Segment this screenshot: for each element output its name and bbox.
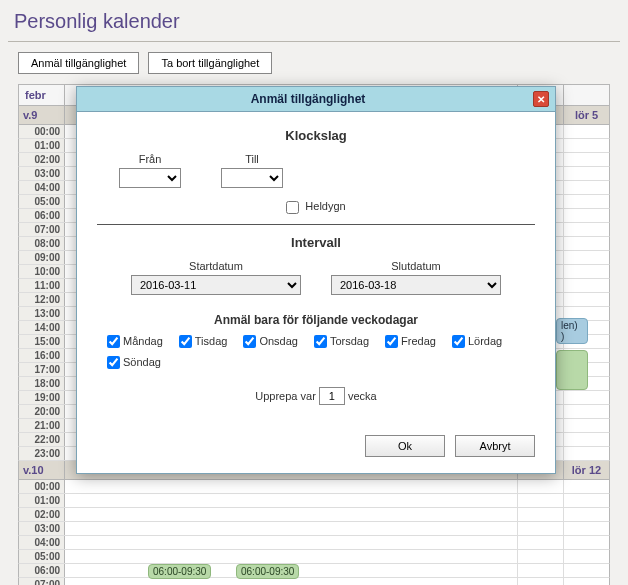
time-label: 02:00: [19, 508, 65, 521]
calendar-row: 04:00: [18, 536, 610, 550]
heldygn-checkbox[interactable]: [286, 201, 299, 214]
startdatum-select[interactable]: 2016-03-11: [131, 275, 301, 295]
time-label: 05:00: [19, 195, 65, 208]
time-label: 00:00: [19, 480, 65, 493]
calendar-event[interactable]: [556, 350, 588, 390]
week-label: v.9: [19, 106, 65, 124]
repeat-suffix: vecka: [348, 390, 377, 402]
day-header-partial: [563, 85, 609, 105]
time-label: 10:00: [19, 265, 65, 278]
till-time-select[interactable]: [221, 168, 283, 188]
weekday-option[interactable]: Onsdag: [243, 335, 298, 348]
weekday-option[interactable]: Fredag: [385, 335, 436, 348]
week-label: v.10: [19, 461, 65, 479]
day-header: lör 12: [563, 461, 609, 479]
availability-dialog: Anmäl tillgänglighet ✕ Klockslag Från Ti…: [76, 86, 556, 474]
weekday-grid: MåndagTisdagOnsdagTorsdagFredagLördagSön…: [97, 335, 535, 369]
time-label: 22:00: [19, 433, 65, 446]
toolbar: Anmäl tillgänglighet Ta bort tillgänglig…: [0, 52, 628, 84]
ok-button[interactable]: Ok: [365, 435, 445, 457]
klockslag-heading: Klockslag: [97, 128, 535, 143]
repeat-prefix: Upprepa var: [255, 390, 316, 402]
close-icon[interactable]: ✕: [533, 91, 549, 107]
calendar-row: 05:00: [18, 550, 610, 564]
time-label: 14:00: [19, 321, 65, 334]
weekday-label: Fredag: [401, 335, 436, 347]
divider: [97, 224, 535, 225]
till-label: Till: [221, 153, 283, 165]
time-label: 05:00: [19, 550, 65, 563]
calendar-row: 03:00: [18, 522, 610, 536]
slutdatum-label: Slutdatum: [331, 260, 501, 272]
time-label: 08:00: [19, 237, 65, 250]
title-divider: [8, 41, 620, 42]
weekday-checkbox[interactable]: [452, 335, 465, 348]
weekday-checkbox[interactable]: [179, 335, 192, 348]
dialog-header: Anmäl tillgänglighet ✕: [77, 87, 555, 112]
time-label: 16:00: [19, 349, 65, 362]
calendar-event[interactable]: len) ): [556, 318, 588, 344]
time-label: 01:00: [19, 494, 65, 507]
weekday-label: Söndag: [123, 356, 161, 368]
event-text: len): [561, 320, 578, 331]
heldygn-label: Heldygn: [305, 200, 345, 212]
time-label: 04:00: [19, 536, 65, 549]
weekday-checkbox[interactable]: [385, 335, 398, 348]
report-availability-button[interactable]: Anmäl tillgänglighet: [18, 52, 139, 74]
weekday-checkbox[interactable]: [243, 335, 256, 348]
calendar-row: 02:00: [18, 508, 610, 522]
weekday-label: Torsdag: [330, 335, 369, 347]
time-label: 19:00: [19, 391, 65, 404]
time-label: 03:00: [19, 522, 65, 535]
slutdatum-select[interactable]: 2016-03-18: [331, 275, 501, 295]
time-label: 13:00: [19, 307, 65, 320]
calendar-row: 06:00: [18, 564, 610, 578]
calendar-row: 01:00: [18, 494, 610, 508]
time-label: 07:00: [19, 223, 65, 236]
time-label: 15:00: [19, 335, 65, 348]
weekday-label: Onsdag: [259, 335, 298, 347]
time-label: 04:00: [19, 181, 65, 194]
calendar-row: 00:00: [18, 480, 610, 494]
from-time-select[interactable]: [119, 168, 181, 188]
remove-availability-button[interactable]: Ta bort tillgänglighet: [148, 52, 272, 74]
page-title: Personlig kalender: [0, 0, 628, 41]
time-label: 12:00: [19, 293, 65, 306]
weekday-checkbox[interactable]: [107, 335, 120, 348]
weekday-checkbox[interactable]: [314, 335, 327, 348]
time-label: 23:00: [19, 447, 65, 460]
time-label: 02:00: [19, 153, 65, 166]
dialog-title: Anmäl tillgänglighet: [83, 92, 533, 106]
weekday-label: Lördag: [468, 335, 502, 347]
weekday-label: Tisdag: [195, 335, 228, 347]
time-label: 07:00: [19, 578, 65, 585]
weekday-option[interactable]: Måndag: [107, 335, 163, 348]
day-header: lör 5: [563, 106, 609, 124]
time-label: 18:00: [19, 377, 65, 390]
weekday-option[interactable]: Tisdag: [179, 335, 228, 348]
from-label: Från: [119, 153, 181, 165]
time-label: 03:00: [19, 167, 65, 180]
time-label: 11:00: [19, 279, 65, 292]
time-label: 20:00: [19, 405, 65, 418]
weekday-option[interactable]: Lördag: [452, 335, 502, 348]
time-label: 09:00: [19, 251, 65, 264]
time-label: 06:00: [19, 564, 65, 577]
weekday-checkbox[interactable]: [107, 356, 120, 369]
weekdays-heading: Anmäl bara för följande veckodagar: [97, 313, 535, 327]
time-label: 06:00: [19, 209, 65, 222]
weekday-label: Måndag: [123, 335, 163, 347]
time-label: 01:00: [19, 139, 65, 152]
time-label: 17:00: [19, 363, 65, 376]
event-text: ): [561, 331, 564, 342]
month-label: febr: [19, 85, 65, 105]
intervall-heading: Intervall: [97, 235, 535, 250]
cancel-button[interactable]: Avbryt: [455, 435, 535, 457]
time-label: 21:00: [19, 419, 65, 432]
calendar-row: 07:00: [18, 578, 610, 585]
time-label: 00:00: [19, 125, 65, 138]
weekday-option[interactable]: Torsdag: [314, 335, 369, 348]
weekday-option[interactable]: Söndag: [107, 356, 161, 369]
repeat-weeks-input[interactable]: [319, 387, 345, 405]
startdatum-label: Startdatum: [131, 260, 301, 272]
